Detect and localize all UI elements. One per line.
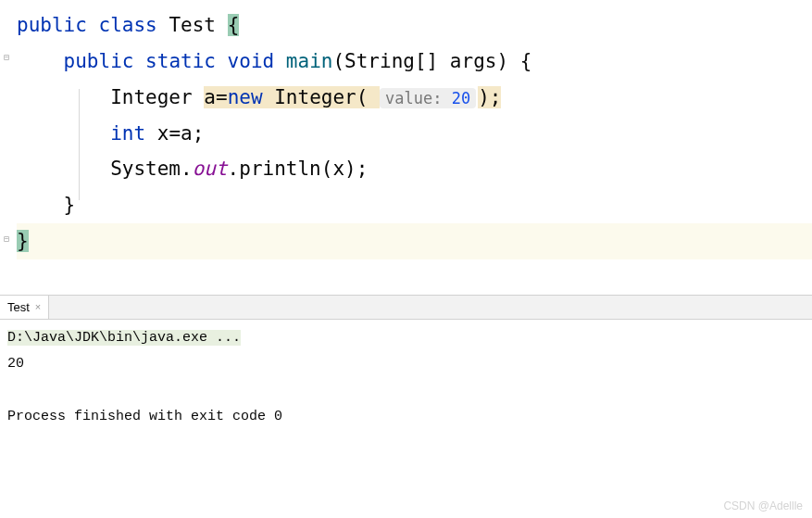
run-tab-bar: Test ×	[0, 296, 812, 320]
code-line-2[interactable]: public static void main(String[] args) {	[17, 44, 812, 80]
editor-gutter: ⊟ ⊟	[0, 0, 13, 267]
close-icon[interactable]: ×	[35, 301, 41, 312]
code-line-7[interactable]: }	[17, 223, 812, 259]
method-params: (String[] args) {	[332, 50, 531, 72]
tab-label: Test	[7, 300, 30, 314]
method-name: main	[286, 50, 333, 72]
keyword: public	[64, 50, 134, 72]
console-exit-line: Process finished with exit code 0	[7, 404, 805, 431]
keyword: int	[110, 122, 145, 145]
code-line-4[interactable]: int x=a;	[17, 116, 812, 152]
run-tab[interactable]: Test ×	[0, 296, 49, 319]
keyword: public	[17, 14, 87, 36]
console-blank-line	[7, 378, 805, 405]
matched-brace: }	[17, 230, 29, 252]
code-line-1[interactable]: public class Test {	[17, 7, 812, 44]
keyword: new	[228, 86, 263, 108]
fold-guide	[79, 89, 80, 200]
collapse-icon[interactable]: ⊟	[0, 232, 13, 249]
keyword: class	[99, 14, 157, 36]
code-editor[interactable]: ⊟ ⊟ public class Test { public static vo…	[0, 0, 812, 267]
field-ref: out	[193, 158, 228, 180]
code-line-3[interactable]: Integer a=new Integer( value: 20);	[17, 80, 812, 116]
class-name: Test	[169, 14, 216, 36]
collapse-icon[interactable]: ⊟	[0, 50, 13, 68]
watermark: CSDN @Adellle	[723, 499, 803, 512]
keyword: void	[228, 50, 275, 72]
keyword: static	[145, 50, 216, 72]
code-line-5[interactable]: System.out.println(x);	[17, 151, 812, 187]
console-output-line: 20	[7, 351, 805, 378]
console-command-line: D:\Java\JDK\bin\java.exe ...	[7, 325, 805, 352]
matched-brace: {	[228, 14, 240, 36]
console-output[interactable]: D:\Java\JDK\bin\java.exe ... 20 Process …	[0, 320, 812, 436]
code-line-6[interactable]: }	[17, 187, 812, 223]
inline-hint: value: 20	[380, 88, 476, 108]
